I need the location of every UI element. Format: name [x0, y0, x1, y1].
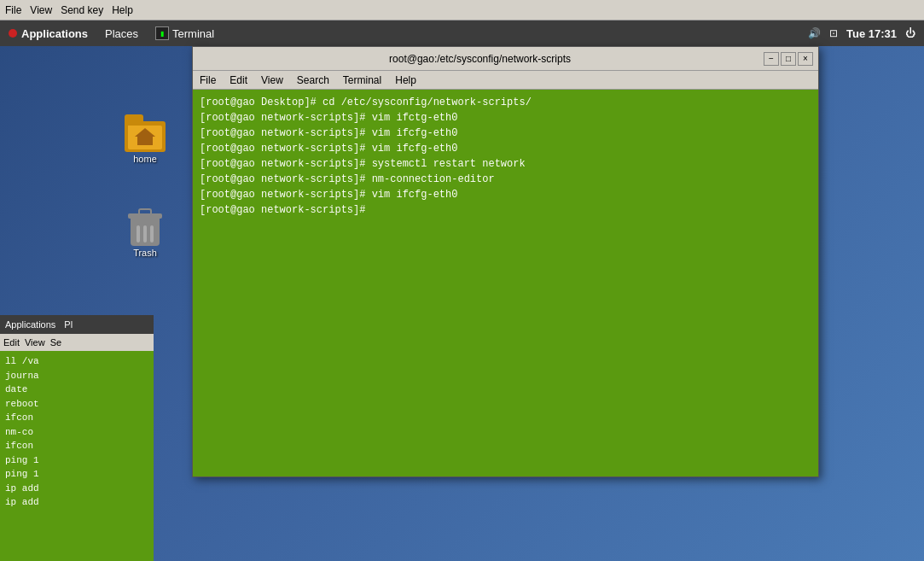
bg-terminal-window[interactable]: Applications Pl Edit View Se ll /va jour…	[0, 315, 154, 561]
bg-menu-se: Se	[50, 337, 61, 348]
bg-line-1: ll /va	[5, 354, 148, 369]
close-button[interactable]: ×	[798, 52, 813, 66]
panel-applications[interactable]: Applications	[0, 20, 96, 46]
terminal-menu-file[interactable]: File	[196, 74, 219, 86]
power-icon: ⏻	[905, 27, 915, 39]
trash-icon[interactable]: Trash	[111, 208, 179, 258]
network-icon: ⊡	[829, 27, 838, 39]
terminal-menu-terminal[interactable]: Terminal	[340, 74, 385, 86]
panel-places[interactable]: Places	[96, 20, 147, 46]
trash-label: Trash	[133, 248, 157, 258]
volume-icon: 🔊	[808, 27, 821, 39]
bg-line-4: reboot	[5, 397, 148, 412]
terminal-line-8: [root@gao network-scripts]#	[200, 202, 811, 218]
home-folder-icon[interactable]: home	[111, 114, 179, 164]
panel-terminal-btn[interactable]: ▮ Terminal	[147, 20, 223, 46]
terminal-content[interactable]: [root@gao Desktop]# cd /etc/sysconfig/ne…	[193, 90, 818, 476]
gnome-panel: Applications Places ▮ Terminal 🔊 ⊡ Tue 1…	[0, 20, 924, 46]
bg-line-10: ip add	[5, 482, 148, 496]
vm-menu-view[interactable]: View	[30, 4, 52, 16]
home-label: home	[133, 154, 157, 164]
trash-line-3	[150, 225, 154, 243]
panel-time: Tue 17:31	[846, 27, 897, 40]
places-label: Places	[105, 27, 138, 40]
vm-menubar: File View Send key Help	[0, 0, 924, 20]
bg-panel-applications: Applications	[5, 319, 55, 330]
terminal-line-2: [root@gao network-scripts]# vim ifctg-et…	[200, 110, 811, 126]
trash-can-body	[131, 219, 160, 246]
bg-line-9: ping 1	[5, 467, 148, 482]
trash-line-1	[137, 225, 140, 243]
panel-left: Applications Places ▮ Terminal	[0, 20, 223, 46]
bg-line-3: date	[5, 383, 148, 397]
applications-label: Applications	[21, 27, 88, 40]
bg-terminal-menubar: Edit View Se	[0, 334, 154, 351]
house-roof	[135, 128, 155, 137]
terminal-menu-view[interactable]: View	[258, 74, 287, 86]
bg-terminal-content: ll /va journa date reboot ifcon nm-co if…	[0, 351, 154, 561]
terminal-line-7: [root@gao network-scripts]# vim ifcfg-et…	[200, 187, 811, 202]
main-terminal-window: root@gao:/etc/sysconfig/network-scripts …	[192, 46, 819, 477]
maximize-button[interactable]: □	[781, 52, 796, 66]
bg-line-6: nm-co	[5, 425, 148, 440]
terminal-panel-label: Terminal	[172, 27, 214, 40]
terminal-line-4: [root@gao network-scripts]# vim ifcfg-et…	[200, 141, 811, 156]
terminal-titlebar: root@gao:/etc/sysconfig/network-scripts …	[193, 47, 818, 71]
bg-line-11: ip add	[5, 495, 148, 510]
bg-line-5: ifcon	[5, 411, 148, 425]
vm-menu-file[interactable]: File	[5, 4, 21, 16]
bg-line-7: ifcon	[5, 439, 148, 453]
home-folder-tab	[125, 114, 143, 123]
terminal-line-5: [root@gao network-scripts]# systemctl re…	[200, 156, 811, 172]
bg-terminal-panel: Applications Pl	[0, 315, 154, 334]
terminal-title: root@gao:/etc/sysconfig/network-scripts	[198, 53, 762, 65]
terminal-small-icon: ▮	[155, 26, 169, 40]
home-icon-graphic	[125, 114, 166, 152]
vm-menu-help[interactable]: Help	[112, 4, 133, 16]
desktop-area: home Trash Applications Pl	[0, 46, 924, 561]
trash-line-2	[143, 225, 147, 243]
minimize-button[interactable]: −	[764, 52, 779, 66]
vm-menu-sendkey[interactable]: Send key	[61, 4, 103, 16]
bg-line-2: journa	[5, 369, 148, 383]
terminal-line-6: [root@gao network-scripts]# nm-connectio…	[200, 172, 811, 187]
bg-line-8: ping 1	[5, 453, 148, 468]
terminal-menu-search[interactable]: Search	[293, 74, 333, 86]
trash-icon-graphic	[128, 208, 162, 246]
house-body	[137, 137, 153, 145]
terminal-menu-help[interactable]: Help	[392, 74, 420, 86]
terminal-line-3: [root@gao network-scripts]# vim ifcfg-et…	[200, 126, 811, 141]
bg-menu-edit: Edit	[3, 337, 20, 348]
panel-right: 🔊 ⊡ Tue 17:31 ⏻	[808, 20, 924, 46]
desktop: File View Send key Help Applications Pla…	[0, 0, 924, 561]
bg-menu-view: View	[25, 337, 45, 348]
bg-panel-places: Pl	[64, 319, 73, 330]
applications-dot	[9, 29, 17, 38]
terminal-menubar: File Edit View Search Terminal Help	[193, 71, 818, 90]
terminal-line-1: [root@gao Desktop]# cd /etc/sysconfig/ne…	[200, 95, 811, 110]
trash-lines	[137, 225, 154, 243]
house-shape	[135, 128, 155, 145]
terminal-menu-edit[interactable]: Edit	[226, 74, 251, 86]
